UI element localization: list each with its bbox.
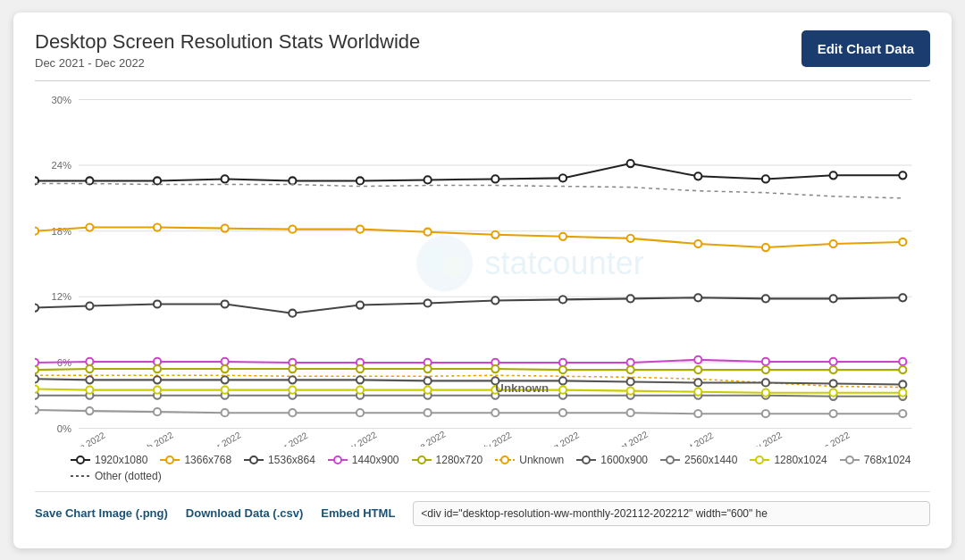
svg-point-84 <box>289 365 296 372</box>
svg-point-93 <box>899 366 906 373</box>
legend-item-768x1024[interactable]: 768x1024 <box>840 454 911 466</box>
svg-text:May 2022: May 2022 <box>339 430 379 447</box>
svg-text:24%: 24% <box>51 160 71 171</box>
embed-html-link[interactable]: Embed HTML <box>321 506 395 520</box>
svg-point-133 <box>762 389 769 396</box>
svg-point-148 <box>830 410 837 417</box>
svg-point-107 <box>899 380 906 388</box>
chart-footer: Save Chart Image (.png) Download Data (.… <box>35 491 930 526</box>
svg-point-100 <box>424 377 432 384</box>
svg-point-46 <box>559 233 566 240</box>
svg-point-66 <box>35 359 38 366</box>
svg-point-49 <box>762 244 769 251</box>
svg-point-86 <box>424 365 432 372</box>
svg-point-28 <box>289 177 296 184</box>
svg-point-62 <box>694 294 701 301</box>
svg-point-37 <box>899 171 906 179</box>
svg-point-125 <box>222 386 229 393</box>
svg-point-31 <box>491 175 499 182</box>
legend-item-1440x900[interactable]: 1440x900 <box>328 454 399 466</box>
chart-legend: 1920x1080 1366x768 1536x864 1440x900 128… <box>71 454 930 482</box>
svg-point-169 <box>667 456 674 464</box>
legend-item-1280x720[interactable]: 1280x720 <box>412 454 483 466</box>
chart-area: 30% 24% 18% 12% 6% 0% Jan 2022 Feb 2022 … <box>35 80 930 447</box>
legend-item-1920x1080[interactable]: 1920x1080 <box>71 454 147 466</box>
svg-point-124 <box>154 386 161 393</box>
svg-text:18%: 18% <box>51 226 71 237</box>
svg-text:July 2022: July 2022 <box>474 430 514 447</box>
save-chart-image-link[interactable]: Save Chart Image (.png) <box>35 506 168 520</box>
svg-point-157 <box>166 456 173 464</box>
svg-point-94 <box>35 375 38 382</box>
svg-point-87 <box>491 365 499 372</box>
svg-point-146 <box>694 410 701 417</box>
svg-point-134 <box>830 389 837 396</box>
svg-point-105 <box>762 379 769 386</box>
svg-text:Oct 2022: Oct 2022 <box>678 430 716 447</box>
edit-chart-data-button[interactable]: Edit Chart Data <box>801 30 930 67</box>
svg-point-103 <box>627 378 634 385</box>
svg-point-27 <box>222 175 229 182</box>
svg-point-92 <box>830 366 837 373</box>
svg-text:Unknown: Unknown <box>495 381 549 395</box>
embed-code-input[interactable] <box>413 501 930 526</box>
svg-point-77 <box>762 358 769 365</box>
svg-point-137 <box>86 407 93 414</box>
legend-item-1600x900[interactable]: 1600x900 <box>576 454 648 466</box>
svg-point-68 <box>154 358 161 365</box>
svg-point-149 <box>899 410 906 417</box>
svg-point-128 <box>424 386 432 393</box>
svg-point-85 <box>357 365 364 372</box>
svg-point-38 <box>35 227 38 234</box>
legend-item-unknown[interactable]: Unknown <box>495 454 564 466</box>
svg-point-135 <box>899 389 906 396</box>
svg-point-171 <box>756 456 763 464</box>
svg-point-145 <box>627 409 634 416</box>
legend-item-1536x864[interactable]: 1536x864 <box>244 454 315 466</box>
svg-point-89 <box>627 366 634 373</box>
legend-item-other[interactable]: Other (dotted) <box>71 470 162 482</box>
svg-text:Feb 2022: Feb 2022 <box>137 430 175 447</box>
svg-point-65 <box>899 294 906 301</box>
legend-item-1366x768[interactable]: 1366x768 <box>160 454 231 466</box>
legend-item-1280x1024[interactable]: 1280x1024 <box>750 454 827 466</box>
svg-point-161 <box>334 456 341 464</box>
svg-point-98 <box>289 376 296 383</box>
svg-point-40 <box>154 223 161 230</box>
svg-point-39 <box>86 223 93 230</box>
legend-item-2560x1440[interactable]: 2560x1440 <box>660 454 737 466</box>
svg-point-75 <box>627 359 634 366</box>
svg-point-44 <box>424 229 432 236</box>
svg-point-41 <box>222 224 229 231</box>
svg-point-29 <box>357 177 364 184</box>
svg-point-142 <box>424 409 432 416</box>
svg-point-35 <box>762 175 769 182</box>
svg-point-33 <box>627 160 634 167</box>
svg-point-34 <box>694 172 701 180</box>
svg-point-58 <box>424 299 432 306</box>
svg-text:12%: 12% <box>51 291 71 302</box>
svg-point-81 <box>86 365 93 372</box>
svg-point-53 <box>86 302 93 309</box>
chart-svg: 30% 24% 18% 12% 6% 0% Jan 2022 Feb 2022 … <box>35 81 930 447</box>
svg-point-97 <box>222 376 229 383</box>
svg-point-48 <box>694 240 701 247</box>
svg-point-55 <box>222 300 229 307</box>
svg-point-106 <box>830 380 837 387</box>
svg-point-123 <box>86 386 93 393</box>
svg-point-61 <box>627 295 634 302</box>
title-block: Desktop Screen Resolution Stats Worldwid… <box>35 30 420 70</box>
svg-text:Sept 2022: Sept 2022 <box>608 429 650 447</box>
svg-point-78 <box>830 358 837 365</box>
svg-point-165 <box>501 456 508 464</box>
svg-point-96 <box>154 376 161 383</box>
svg-point-82 <box>154 365 161 372</box>
chart-card: Desktop Screen Resolution Stats Worldwid… <box>13 13 952 548</box>
svg-text:Mar 2022: Mar 2022 <box>204 430 242 447</box>
svg-point-90 <box>694 366 701 373</box>
svg-point-51 <box>899 238 906 246</box>
svg-point-127 <box>357 386 364 393</box>
download-data-link[interactable]: Download Data (.csv) <box>186 506 303 520</box>
chart-title: Desktop Screen Resolution Stats Worldwid… <box>35 30 420 54</box>
svg-point-143 <box>491 409 499 416</box>
